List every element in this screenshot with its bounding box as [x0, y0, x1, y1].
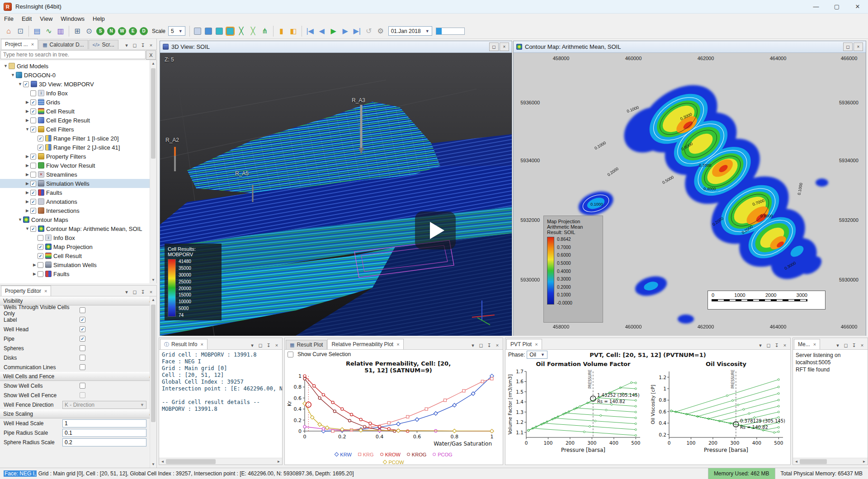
float-icon[interactable]: ◻	[131, 41, 139, 49]
close-icon[interactable]: ×	[147, 41, 155, 49]
expand-arrow-icon[interactable]: ▶	[24, 118, 30, 122]
section-header-well-cells-and-fence[interactable]: Well Cells and Fence∧∧	[0, 372, 156, 381]
pin-icon[interactable]: ↧	[850, 341, 858, 349]
view-west-icon[interactable]: W	[118, 27, 126, 35]
contour-map-viewport[interactable]: Map Projection Arithmetic Mean Result: S…	[514, 53, 866, 336]
expand-arrow-icon[interactable]: ▶	[24, 163, 30, 168]
expand-arrow-icon[interactable]: ▶	[24, 109, 30, 113]
menu-icon[interactable]: ▾	[123, 288, 131, 296]
property-scrollbar[interactable]: ▲ ▼	[150, 296, 156, 468]
tree-item-intersections[interactable]: ▶✓Intersections	[0, 206, 156, 215]
expand-arrow-icon[interactable]: ▶	[24, 181, 30, 186]
animation-progress[interactable]	[436, 28, 465, 35]
tree-checkbox[interactable]: ✓	[30, 181, 36, 187]
menu-icon[interactable]: ▾	[123, 41, 131, 49]
contour-titlebar[interactable]: Contour Map: Arithmetic Mean, SOIL ◻×	[514, 41, 866, 53]
tree-item-simulation-wells[interactable]: ▶✓Simulation Wells	[0, 179, 156, 188]
tree-checkbox[interactable]: ✓	[38, 244, 43, 250]
property-input[interactable]	[62, 419, 146, 427]
legend-item-krog[interactable]: KROG	[407, 452, 426, 457]
tree-checkbox[interactable]: ✓	[38, 136, 43, 141]
tree-item-faults[interactable]: ▶Faults	[0, 269, 156, 278]
menu-icon[interactable]: ▾	[834, 341, 842, 349]
close-icon[interactable]: ×	[147, 288, 155, 296]
tree-item-map-projection[interactable]: ✓Map Projection	[0, 242, 156, 251]
tree-checkbox[interactable]: ✓	[30, 199, 36, 205]
grid-cells-icon[interactable]	[205, 28, 212, 35]
clip-view-icon[interactable]: ◧	[288, 25, 299, 37]
pin-icon[interactable]: ↧	[264, 341, 273, 349]
zoom-all-icon[interactable]: ⊙	[83, 25, 95, 37]
property-checkbox[interactable]	[80, 307, 85, 313]
new-plot-window-icon[interactable]: ▤	[31, 25, 43, 37]
tree-item-info-box[interactable]: iInfo Box	[0, 233, 156, 242]
property-checkbox[interactable]	[80, 383, 85, 389]
view3d-viewport[interactable]: Z: 5 R_A3 R_A2 R_A5 Cell Results: MOBPOR…	[160, 53, 512, 336]
property-checkbox[interactable]: ✓	[80, 336, 85, 342]
grid-box-icon[interactable]	[194, 28, 201, 35]
tree-item-flow-vector-result[interactable]: ▶Flow Vector Result	[0, 161, 156, 170]
restore-icon[interactable]: ◻	[843, 42, 853, 51]
minimize-button[interactable]: —	[806, 0, 826, 13]
tab-close-icon[interactable]: ×	[396, 342, 399, 347]
expand-arrow-icon[interactable]: ▼	[24, 127, 30, 131]
measurement-icon[interactable]: ▮	[276, 25, 288, 37]
tree-item-faults[interactable]: ▶✓Faults	[0, 188, 156, 197]
open-project-icon[interactable]: ⌂	[3, 25, 14, 37]
expand-arrow-icon[interactable]: ▶	[24, 154, 30, 159]
expand-arrow-icon[interactable]: ▼	[3, 64, 9, 68]
menu-view[interactable]: View	[36, 15, 57, 22]
menu-windows[interactable]: Windows	[57, 15, 89, 22]
view-north-icon[interactable]: N	[107, 27, 115, 35]
property-input[interactable]	[62, 429, 146, 437]
property-checkbox[interactable]	[80, 364, 85, 370]
float-icon[interactable]: ◻	[842, 341, 850, 349]
skip-to-end-icon[interactable]: ▶|	[351, 25, 363, 37]
play-icon[interactable]: ▶	[328, 25, 340, 37]
float-icon[interactable]: ◻	[131, 288, 139, 296]
expand-arrow-icon[interactable]: ▼	[24, 226, 30, 231]
close-button[interactable]: ✕	[847, 0, 868, 13]
tab-result-info[interactable]: ⓘResult Info×	[160, 339, 208, 349]
scale-select[interactable]: 5▼	[168, 26, 185, 36]
tree-item-drogon-0[interactable]: ▼DROGON-0	[0, 70, 156, 80]
tab-property-editor[interactable]: Property Editor×	[1, 286, 51, 296]
pin-icon[interactable]: ↧	[485, 341, 493, 349]
tab-close-icon[interactable]: ×	[200, 342, 203, 347]
tree-checkbox[interactable]	[38, 235, 43, 241]
tree-checkbox[interactable]	[30, 117, 36, 123]
expand-arrow-icon[interactable]: ▶	[24, 208, 30, 213]
legend-item-pcow[interactable]: PCOW	[383, 460, 404, 465]
menu-icon[interactable]: ▾	[469, 341, 477, 349]
search-clear-button[interactable]: X	[146, 50, 156, 60]
close-icon[interactable]: ×	[273, 341, 281, 349]
tree-item-range-filter-2-j-slice-41-[interactable]: ✓Range Filter 2 [J-slice 41]	[0, 143, 156, 152]
section-header-size-scaling[interactable]: Size Scaling∧∧	[0, 409, 156, 418]
tree-checkbox[interactable]	[38, 271, 43, 277]
draw-style-lines-icon[interactable]: ╳	[236, 25, 247, 37]
tree-checkbox[interactable]	[30, 90, 36, 96]
tree-checkbox[interactable]: ✓	[38, 253, 43, 259]
video-play-overlay[interactable]	[415, 211, 456, 249]
expand-arrow-icon[interactable]: ▼	[17, 82, 23, 86]
menu-file[interactable]: File	[0, 15, 18, 22]
tab-project-[interactable]: Project ...×	[1, 39, 38, 49]
tree-item-range-filter-1-i-slice-20-[interactable]: ✓Range Filter 1 [I-slice 20]	[0, 134, 156, 143]
tab-close-icon[interactable]: ×	[813, 342, 816, 347]
tree-checkbox[interactable]: ✓	[30, 108, 36, 114]
property-checkbox[interactable]	[80, 355, 85, 361]
search-input[interactable]	[0, 50, 146, 59]
expand-arrow-icon[interactable]: ▶	[24, 100, 30, 104]
summary-plot-icon[interactable]: ∿	[43, 25, 55, 37]
tree-checkbox[interactable]: ✓	[30, 127, 36, 132]
tab-close-icon[interactable]: ×	[31, 42, 34, 47]
animation-settings-icon[interactable]: ⚙	[375, 25, 387, 37]
property-checkbox[interactable]: ✓	[80, 326, 85, 332]
tree-checkbox[interactable]: ✓	[30, 226, 36, 232]
close-icon[interactable]: ×	[781, 341, 789, 349]
close-icon[interactable]: ×	[500, 42, 509, 51]
legend-item-krow[interactable]: KROW	[380, 452, 401, 457]
pin-icon[interactable]: ↧	[773, 341, 781, 349]
show-curve-selection-checkbox[interactable]	[288, 352, 293, 357]
tree-item-simulation-wells[interactable]: ▶Simulation Wells	[0, 260, 156, 269]
